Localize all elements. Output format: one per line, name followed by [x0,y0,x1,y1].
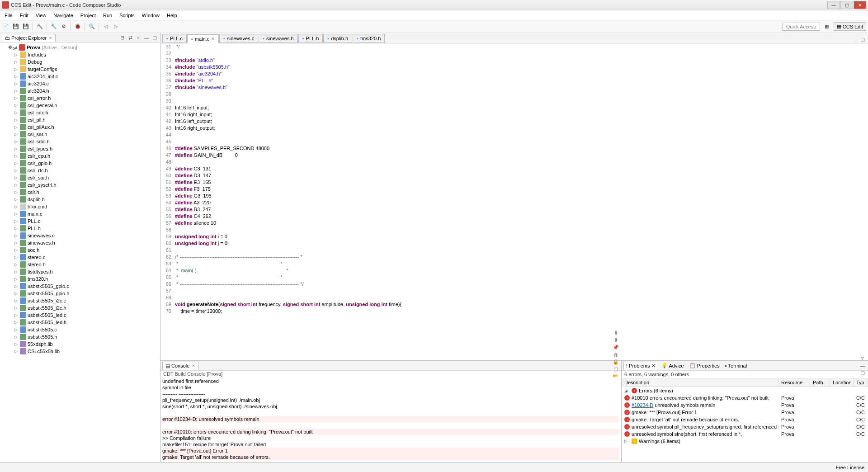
tree-item[interactable]: ▷targetConfigs [0,66,160,73]
editor-tab[interactable]: ▪main.c✕ [187,34,219,43]
problem-row[interactable]: !gmake: Target 'all' not remade because … [622,416,868,423]
code-content[interactable]: */ #include "stdio.h" #include "usbstk55… [173,43,868,360]
tree-item[interactable]: ▷usbstk5505_i2c.c [0,297,160,304]
close-icon[interactable]: ✕ [49,36,52,40]
editor-tab[interactable]: ▪dsplib.h [323,34,352,43]
tree-item[interactable]: ▷aic3204_init.c [0,73,160,80]
tree-item[interactable]: ▷cslr_sar.h [0,174,160,181]
warnings-group[interactable]: ▷!Warnings (6 items) [622,438,868,445]
tree-item[interactable]: ▷csl_pll.h [0,116,160,123]
tree-item[interactable]: ▷aic3204.c [0,80,160,87]
tree-item[interactable]: ▷cslr_sysctrl.h [0,181,160,189]
maximize-view-icon[interactable]: ▢ [859,36,866,43]
tree-item[interactable]: ▷csl_pllAux.h [0,123,160,131]
tree-item[interactable]: ▷55xdsph.lib [0,340,160,348]
tree-item[interactable]: ▷tms320.h [0,275,160,283]
save-all-icon[interactable]: 💾 [22,23,30,31]
tree-item[interactable]: ▷usbstk5505_led.c [0,312,160,319]
tool1-icon[interactable]: 🔧 [50,23,58,31]
problem-row[interactable]: !#10234-D unresolved symbols remainProva… [622,401,868,409]
perspective-switch-icon[interactable]: ▦ [823,23,831,31]
tab-advice[interactable]: 💡Advice [659,362,686,369]
quick-access[interactable]: Quick Access [782,23,820,31]
tree-item[interactable]: ▷usbstk5505_led.h [0,319,160,326]
up-icon[interactable]: ⬆ [612,330,619,337]
menu-scripts[interactable]: Scripts [117,12,137,19]
tab-properties[interactable]: 📋Properties [687,362,722,369]
menu-navigate[interactable]: Navigate [51,12,75,19]
tree-item[interactable]: ▷usbstk5505.h [0,333,160,340]
tree-item[interactable]: ▷sinewaves.h [0,239,160,246]
close-icon[interactable]: ✕ [211,37,215,41]
tree-item[interactable]: ▷usbstk5505_gpio.h [0,290,160,297]
down-icon[interactable]: ⬇ [612,337,619,344]
console-tab[interactable]: ▤ Console ✕ [162,362,198,370]
maximize-view-icon[interactable]: ▢ [151,34,158,42]
problem-row[interactable]: !gmake: *** [Prova.out] Error 1ProvaC/C [622,409,868,416]
tree-item[interactable]: ▷Debug [0,58,160,66]
code-editor[interactable]: 3132333435363738394041424344454647484950… [160,43,868,360]
editor-tab[interactable]: ▪tms320.h [353,34,385,43]
tree-item[interactable]: ▷cslr_gpio.h [0,160,160,167]
project-tree[interactable]: �چ◢ Prova [Active - Debug] ▷Includes▷Deb… [0,43,160,462]
menu-run[interactable]: Run [100,12,115,19]
maximize-button[interactable]: ▢ [840,1,853,9]
tree-item[interactable]: ▷csl_intc.h [0,109,160,116]
minimize-button[interactable]: — [827,1,840,9]
new-icon[interactable]: 📄 [2,23,10,31]
tool2-icon[interactable]: ⚙ [60,23,68,31]
tree-item[interactable]: ▷Includes [0,51,160,58]
debug-icon[interactable]: 🐞 [74,23,82,31]
tree-item[interactable]: ▷csl_general.h [0,102,160,109]
tree-item[interactable]: ▷csl_error.h [0,94,160,102]
tree-item[interactable]: ▷usbstk5505.c [0,326,160,333]
problem-row[interactable]: !unresolved symbol pll_frequency_setup(u… [622,423,868,430]
minimize-view-icon[interactable]: — [859,362,866,369]
tree-item[interactable]: ▷aic3204.h [0,87,160,94]
view-menu-icon[interactable]: ▿ [135,34,142,42]
tree-item[interactable]: ▷stereo.h [0,261,160,268]
editor-tab[interactable]: ▪sinewaves.h [259,34,297,43]
lock-icon[interactable]: 🔒 [612,359,619,366]
tree-item[interactable]: ▷cslr.h [0,189,160,196]
problem-row[interactable]: !unresolved symbol sine(short, first ref… [622,430,868,438]
tree-item[interactable]: ▷PLL.h [0,225,160,232]
editor-tab[interactable]: ▪PLL.h [298,34,323,43]
perspective-ccs-edit[interactable]: ▦ CCS Edit [834,22,866,31]
tree-item[interactable]: ▷sinewaves.c [0,232,160,239]
view-menu-icon[interactable]: ▿ [859,355,866,362]
minimize-view-icon[interactable]: — [851,36,858,43]
close-button[interactable]: ✕ [854,1,866,9]
nav-back-icon[interactable]: ◁ [102,23,110,31]
search-icon[interactable]: 🔍 [88,23,96,31]
tree-item[interactable]: ▷cslr_cpu.h [0,152,160,160]
errors-group[interactable]: ◢!Errors (6 items) [622,387,868,394]
tree-item[interactable]: ▷csl_sar.h [0,131,160,138]
tab-terminal[interactable]: ▪Terminal [723,362,749,369]
menu-edit[interactable]: Edit [17,12,31,19]
save-icon[interactable]: 💾 [12,23,20,31]
build-icon[interactable]: 🔨 [36,23,44,31]
menu-file[interactable]: File [2,12,15,19]
tree-item[interactable]: ▷PLL.c [0,217,160,225]
pin-icon[interactable]: 📌 [612,344,619,351]
editor-tab[interactable]: ▪PLL.c [162,34,187,43]
menu-view[interactable]: View [33,12,49,19]
tree-item[interactable]: ▷soc.h [0,246,160,254]
project-root[interactable]: �چ◢ Prova [Active - Debug] [0,44,160,51]
menu-window[interactable]: Window [139,12,162,19]
clear-icon[interactable]: 🗑 [612,351,619,359]
collapse-all-icon[interactable]: ⊟ [118,34,126,42]
tree-item[interactable]: ▷csl_types.h [0,145,160,152]
tree-item[interactable]: ▷CSLc55x5h.lib [0,348,160,355]
project-explorer-tab[interactable]: 🗀 Project Explorer ✕ [2,34,56,42]
tab-problems[interactable]: !Problems✕ [623,362,658,370]
close-icon[interactable]: ✕ [192,363,195,368]
menu-project[interactable]: Project [78,12,99,19]
console-output[interactable]: undefined first referenced symbol in fil… [160,377,621,462]
menu-help[interactable]: Help [164,12,180,19]
problem-row[interactable]: !#10010 errors encountered during linkin… [622,394,868,401]
tree-item[interactable]: ▷csl_sdio.h [0,138,160,145]
tree-item[interactable]: ▷dsplib.h [0,196,160,203]
tree-item[interactable]: ▷main.c [0,210,160,217]
